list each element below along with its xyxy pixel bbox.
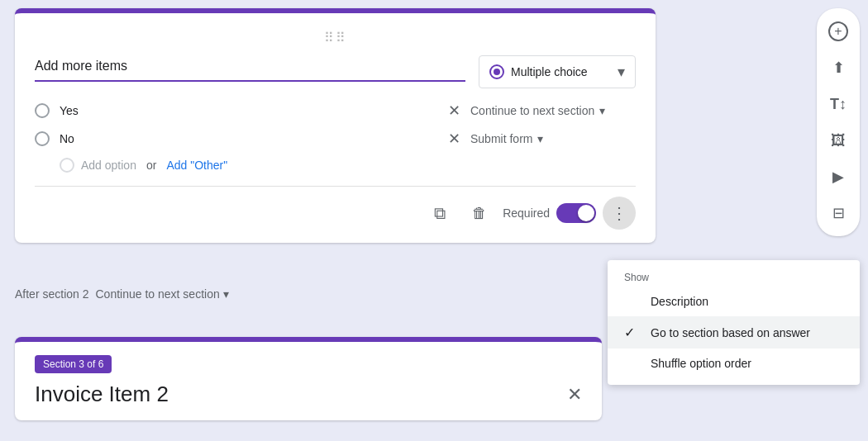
question-input-wrapper [35,55,465,82]
option-radio-yes [35,103,50,118]
more-icon: ⋮ [611,203,627,223]
import-questions-button[interactable]: ⬆ [822,51,855,84]
option-row-yes: Yes ✕ Continue to next section ▾ [35,102,636,120]
go-to-section-menu-label: Go to section based on answer [651,326,810,339]
toggle-track [556,203,596,223]
chevron-down-icon: ▾ [618,63,625,81]
add-option-radio [60,158,74,173]
close-icon[interactable]: ✕ [567,384,582,405]
section-badge-label: Section 3 of 6 [35,355,112,373]
import-icon: ⬆ [832,59,845,77]
checkmark-icon: ✓ [624,325,641,340]
delete-icon: 🗑 [472,205,487,222]
chevron-yes-icon: ▾ [599,104,605,117]
section-nav-select[interactable]: Continue to next section ▾ [96,287,229,301]
remove-option-no-icon[interactable]: ✕ [448,130,460,148]
option-text-yes: Yes [60,104,438,118]
question-type-label: Multiple choice [511,65,611,78]
add-other-link[interactable]: Add "Other" [166,159,227,172]
required-toggle[interactable] [556,203,596,223]
question-header-row: Multiple choice ▾ [35,55,636,88]
copy-button[interactable]: ⧉ [423,197,456,230]
add-image-button[interactable]: 🖼 [822,124,855,157]
drag-handle[interactable]: ⠿⠿ [35,30,636,45]
add-option-text[interactable]: Add option [81,159,136,172]
description-menu-label: Description [651,295,708,308]
option-radio-no [35,131,50,146]
section-nav-chevron-icon: ▾ [223,287,229,301]
video-icon: ▶ [832,168,844,186]
more-options-button[interactable]: ⋮ [603,197,636,230]
toggle-thumb [578,205,594,221]
context-menu-header: Show [608,267,860,287]
section-value-yes: Continue to next section [470,104,594,117]
context-menu: Show Description ✓ Go to section based o… [608,260,860,385]
context-menu-go-to-section[interactable]: ✓ Go to section based on answer [608,316,860,349]
chevron-no-icon: ▾ [537,132,543,145]
section3-badge: Section 3 of 6 [35,355,582,382]
section3-title: Invoice Item 2 [35,382,169,407]
required-label: Required [503,206,550,220]
option-text-no: No [60,132,438,146]
add-option-row: Add option or Add "Other" [60,158,636,173]
or-text: or [146,159,156,172]
context-menu-shuffle[interactable]: Shuffle option order [608,349,860,378]
section-nav-value: Continue to next section [96,287,220,301]
shuffle-menu-label: Shuffle option order [651,357,751,370]
add-video-button[interactable]: ▶ [822,160,855,193]
section-select-no[interactable]: Submit form ▾ [470,132,636,145]
bottom-toolbar: ⧉ 🗑 Required ⋮ [35,197,636,230]
section-navigation-bar: After section 2 Continue to next section… [15,281,602,307]
add-circle-icon: + [828,21,848,41]
copy-icon: ⧉ [434,204,446,223]
image-icon: 🖼 [831,132,846,149]
drag-dots-icon: ⠿⠿ [324,30,347,45]
option-row-no: No ✕ Submit form ▾ [35,130,636,148]
section-icon: ⊟ [832,204,845,222]
toolbar-divider [35,186,636,187]
add-section-button[interactable]: ⊟ [822,197,855,230]
section-value-no: Submit form [470,132,532,145]
text-format-icon: T↕ [830,96,847,113]
options-section: Yes ✕ Continue to next section ▾ No ✕ Su… [35,102,636,173]
delete-button[interactable]: 🗑 [463,197,496,230]
section3-card: Section 3 of 6 Invoice Item 2 ✕ [15,337,602,420]
question-input[interactable] [35,55,465,77]
question-type-dropdown[interactable]: Multiple choice ▾ [479,55,636,88]
add-question-button[interactable]: + [822,15,855,48]
multiple-choice-icon [489,64,504,79]
section-prefix: After section 2 [15,287,89,301]
add-title-button[interactable]: T↕ [822,88,855,121]
question-card: ⠿⠿ Multiple choice ▾ Yes ✕ Continue to n… [15,8,656,243]
right-sidebar: + ⬆ T↕ 🖼 ▶ ⊟ [817,8,860,236]
remove-option-yes-icon[interactable]: ✕ [448,102,460,120]
section-select-yes[interactable]: Continue to next section ▾ [470,104,636,117]
context-menu-description[interactable]: Description [608,287,860,316]
